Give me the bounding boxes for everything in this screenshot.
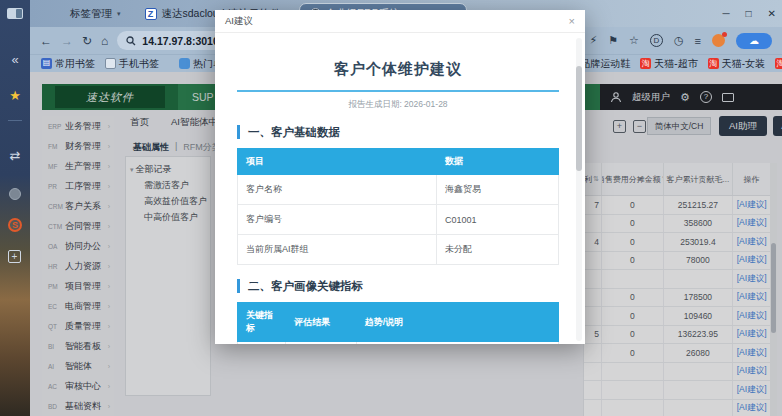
extension-d-icon[interactable]: D: [650, 34, 663, 47]
tab-label: 标签管理: [70, 7, 112, 21]
phone-bookmark-icon: [105, 58, 116, 69]
bookmark-bookmark-icon: ▤: [41, 58, 52, 69]
maximize-button[interactable]: □: [746, 8, 752, 19]
s-badge-icon[interactable]: S: [8, 218, 22, 232]
modal-body: 客户个体维护建议 报告生成日期: 2026-01-28 一、客户基础数据 项目数…: [215, 34, 585, 344]
search-icon: [126, 36, 136, 46]
window-switch-icon[interactable]: [7, 8, 23, 19]
description-cell: 累计税后毛利高达251，215.27元，历史贡献非常突出。: [356, 342, 558, 345]
bookmark-label: 常用书签: [55, 57, 95, 71]
table-cell: 未分配: [437, 235, 559, 265]
menu-icon[interactable]: ≡: [695, 35, 701, 47]
column-header: 数据: [437, 149, 559, 175]
bookmark-label: 天猫-女装: [722, 57, 765, 71]
reload-button[interactable]: ↻: [82, 34, 92, 48]
back-button[interactable]: ←: [40, 34, 52, 48]
bookmark-item[interactable]: 淘天猫-超市: [636, 57, 701, 71]
table-cell: C01001: [437, 205, 559, 235]
column-header: 趋势/说明: [356, 303, 558, 342]
ai-suggestion-modal: AI建议 × 客户个体维护建议 报告生成日期: 2026-01-28 一、客户基…: [215, 10, 585, 344]
modal-header: AI建议 ×: [215, 10, 585, 33]
profile-metrics-table: 关键指标评估结果趋势/说明客户贡献高价值累计税后毛利高达251，215.27元，…: [237, 302, 559, 344]
cloud-sync-button[interactable]: ☁: [736, 33, 772, 49]
modal-scrollbar[interactable]: [576, 38, 582, 341]
table-row: 客户编号C01001: [238, 205, 559, 235]
report-date: 报告生成日期: 2026-01-28: [237, 99, 559, 111]
profile-avatar[interactable]: [712, 34, 725, 47]
table-header-row: 项目数据: [238, 149, 559, 175]
report-title: 客户个体维护建议: [237, 60, 559, 79]
close-window-button[interactable]: ✕: [768, 8, 776, 19]
column-header: 评估结果: [286, 303, 357, 342]
close-icon[interactable]: ×: [569, 15, 575, 27]
modal-title: AI建议: [225, 15, 253, 28]
browser-window: 标签管理▾Z速达sdacloud-速达云软件企业级ERP系统× + ─ □ ✕ …: [30, 0, 782, 416]
collapse-icon[interactable]: «: [0, 52, 30, 67]
table-cell: 客户名称: [238, 175, 437, 205]
table-row: 当前所属AI群组未分配: [238, 235, 559, 265]
table-row: 客户名称海鑫贸易: [238, 175, 559, 205]
bookmark-star-icon[interactable]: ☆: [629, 34, 639, 47]
home-button[interactable]: ⌂: [101, 34, 108, 48]
flag-icon[interactable]: ⚑: [608, 34, 618, 47]
suda-favicon: Z: [145, 8, 157, 20]
game-bookmark-icon: [179, 58, 190, 69]
swap-arrows-icon[interactable]: ⇄: [0, 148, 30, 163]
modal-scrollbar-thumb[interactable]: [576, 66, 582, 171]
table-cell: 客户编号: [238, 205, 437, 235]
bookmark-item[interactable]: 淘天猫-男装: [771, 57, 782, 71]
bookmark-item[interactable]: 手机书签: [101, 57, 163, 71]
tao-bookmark-icon: 淘: [708, 58, 719, 69]
minimize-button[interactable]: ─: [722, 8, 729, 19]
title-rule: [237, 90, 559, 92]
bookmark-label: 手机书签: [119, 57, 159, 71]
table-cell: 海鑫贸易: [437, 175, 559, 205]
favorites-star-icon[interactable]: ★: [0, 88, 30, 103]
table-header-row: 关键指标评估结果趋势/说明: [238, 303, 559, 342]
result-cell: 高价值: [286, 342, 357, 345]
column-header: 关键指标: [238, 303, 286, 342]
tao-bookmark-icon: 淘: [775, 58, 782, 69]
lightning-icon[interactable]: ⚡: [589, 34, 597, 47]
tao-bookmark-icon: 淘: [640, 58, 651, 69]
bookmark-item[interactable]: ▤常用书签: [37, 57, 99, 71]
browser-side-strip: « ★ ⇄ S +: [0, 0, 30, 416]
metric-cell: 客户贡献: [238, 342, 286, 345]
section-profile-title: 二、客户画像关键指标: [237, 279, 559, 293]
bookmark-item[interactable]: 淘天猫-女装: [704, 57, 769, 71]
table-cell: 当前所属AI群组: [238, 235, 437, 265]
globe-icon[interactable]: [9, 188, 21, 200]
section-basic-title: 一、客户基础数据: [237, 125, 559, 139]
table-row: 客户贡献高价值累计税后毛利高达251，215.27元，历史贡献非常突出。: [238, 342, 559, 345]
column-header: 项目: [238, 149, 437, 175]
tab-caret-icon: ▾: [117, 10, 121, 18]
browser-tab-1[interactable]: 标签管理▾: [58, 0, 133, 27]
history-icon[interactable]: ◷: [674, 34, 684, 47]
add-panel-icon[interactable]: +: [8, 250, 21, 263]
bookmark-label: 天猫-超市: [654, 57, 697, 71]
divider: [8, 120, 22, 121]
forward-button[interactable]: →: [61, 34, 73, 48]
basic-data-table: 项目数据客户名称海鑫贸易客户编号C01001当前所属AI群组未分配: [237, 148, 559, 265]
